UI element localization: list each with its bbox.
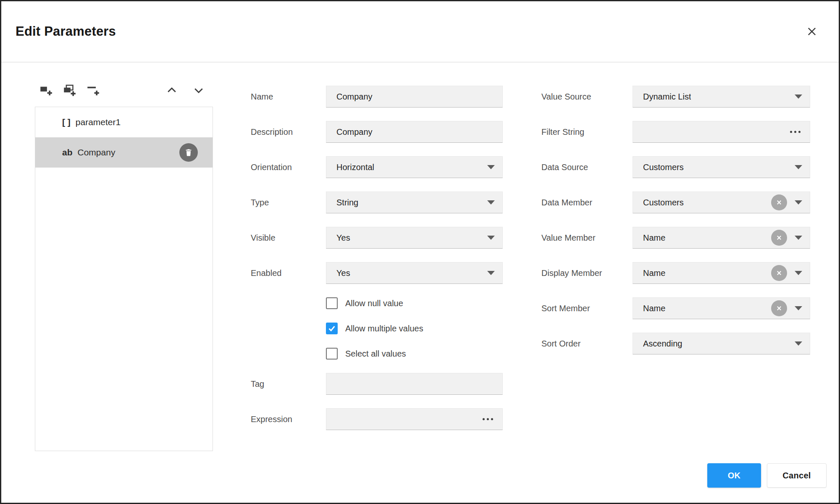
field-row-expression: Expression [251, 408, 503, 430]
field-row-orientation: Orientation Horizontal [251, 156, 503, 178]
caret-down-icon [487, 200, 495, 205]
caret-down-icon [795, 306, 802, 310]
value-source-select[interactable]: Dynamic List [633, 86, 810, 108]
caret-down-icon [795, 94, 802, 99]
list-item-parameter1[interactable]: [ ] parameter1 [35, 107, 213, 137]
tag-input[interactable] [326, 373, 503, 395]
caret-down-icon [487, 271, 495, 275]
allow-multiple-values-checkbox-row[interactable]: Allow multiple values [326, 323, 503, 334]
clear-x-icon [775, 304, 783, 312]
delete-parameter-button[interactable] [179, 143, 198, 162]
field-row-enabled: Enabled Yes [251, 262, 503, 284]
chevron-up-icon [165, 84, 178, 97]
checkbox-label: Allow null value [345, 299, 403, 308]
trash-icon [184, 148, 193, 157]
selected-value: Customers [643, 198, 684, 207]
clear-data-member-button[interactable] [771, 194, 787, 210]
name-label: Name [251, 92, 326, 102]
data-member-select[interactable]: Customers [633, 192, 810, 213]
field-row-name: Name [251, 86, 503, 108]
caret-down-icon [795, 200, 802, 205]
value-member-select[interactable]: Name [633, 227, 810, 249]
allow-null-value-checkbox[interactable] [326, 297, 338, 309]
parameter-settings-right: Value Source Dynamic List Filter String … [541, 86, 810, 368]
dialog-title: Edit Parameters [16, 24, 116, 39]
field-row-visible: Visible Yes [251, 227, 503, 249]
select-all-values-checkbox[interactable] [326, 348, 338, 360]
caret-down-icon [795, 271, 802, 275]
ellipsis-icon[interactable] [790, 131, 801, 133]
filter-string-field[interactable] [633, 121, 810, 143]
add-separator-button[interactable] [84, 82, 101, 99]
caret-down-icon [795, 236, 802, 240]
move-down-button[interactable] [190, 82, 207, 99]
checkbox-label: Allow multiple values [345, 324, 423, 333]
selected-value: String [336, 198, 358, 207]
clear-value-member-button[interactable] [771, 230, 787, 246]
reorder-buttons [163, 82, 207, 99]
allow-multiple-values-checkbox[interactable] [326, 323, 338, 334]
clear-x-icon [775, 234, 783, 242]
selected-value: Yes [336, 268, 350, 278]
data-source-select[interactable]: Customers [633, 156, 810, 178]
cancel-button[interactable]: Cancel [767, 463, 827, 488]
sort-order-label: Sort Order [541, 339, 633, 349]
dialog-header: Edit Parameters [1, 1, 839, 63]
selected-value: Name [643, 268, 665, 278]
expression-field[interactable] [326, 408, 503, 430]
clear-display-member-button[interactable] [771, 265, 787, 281]
orientation-label: Orientation [251, 163, 326, 172]
description-label: Description [251, 127, 326, 137]
select-all-values-checkbox-row[interactable]: Select all values [326, 348, 503, 360]
sort-member-select[interactable]: Name [633, 297, 810, 319]
name-input[interactable] [326, 86, 503, 108]
visible-select[interactable]: Yes [326, 227, 503, 249]
selected-value: Ascending [643, 339, 682, 349]
type-select[interactable]: String [326, 192, 503, 213]
tag-label: Tag [251, 379, 326, 389]
value-member-label: Value Member [541, 233, 633, 243]
checkmark-icon [327, 324, 336, 333]
parameter-list: [ ] parameter1 ab Company [35, 107, 213, 451]
checkbox-label: Select all values [345, 349, 406, 359]
caret-down-icon [487, 165, 495, 169]
parameter-list-panel: [ ] parameter1 ab Company [35, 81, 213, 451]
value-source-label: Value Source [541, 92, 633, 102]
caret-down-icon [795, 165, 802, 169]
field-row-filter-string: Filter String [541, 121, 810, 143]
field-row-tag: Tag [251, 373, 503, 395]
add-group-icon [62, 83, 76, 97]
filter-string-label: Filter String [541, 127, 633, 137]
list-item-company[interactable]: ab Company [35, 137, 213, 168]
data-member-label: Data Member [541, 198, 633, 207]
display-member-label: Display Member [541, 268, 633, 278]
add-parameter-icon [39, 83, 53, 97]
description-input[interactable] [326, 121, 503, 143]
close-icon [806, 26, 818, 37]
list-toolbar [35, 81, 213, 100]
move-up-button[interactable] [163, 82, 180, 99]
parameter-settings-left: Name Description Orientation Horizontal … [251, 86, 503, 444]
selected-value: Name [643, 233, 665, 243]
add-parameter-button[interactable] [37, 82, 54, 99]
caret-down-icon [795, 341, 802, 346]
close-button[interactable] [803, 22, 821, 41]
ok-button[interactable]: OK [707, 463, 761, 488]
edit-parameters-dialog: Edit Parameters [0, 0, 840, 504]
orientation-select[interactable]: Horizontal [326, 156, 503, 178]
type-label: Type [251, 198, 326, 207]
field-row-type: Type String [251, 192, 503, 213]
allow-null-value-checkbox-row[interactable]: Allow null value [326, 297, 503, 309]
clear-sort-member-button[interactable] [771, 300, 787, 316]
sort-order-select[interactable]: Ascending [633, 333, 810, 354]
enabled-select[interactable]: Yes [326, 262, 503, 284]
clear-x-icon [775, 198, 783, 207]
field-row-value-source: Value Source Dynamic List [541, 86, 810, 108]
add-parameter-group-button[interactable] [61, 82, 78, 99]
parameter-name: parameter1 [76, 117, 121, 127]
display-member-select[interactable]: Name [633, 262, 810, 284]
field-row-sort-member: Sort Member Name [541, 297, 810, 319]
field-row-display-member: Display Member Name [541, 262, 810, 284]
expression-label: Expression [251, 415, 326, 424]
ellipsis-icon[interactable] [483, 418, 493, 420]
